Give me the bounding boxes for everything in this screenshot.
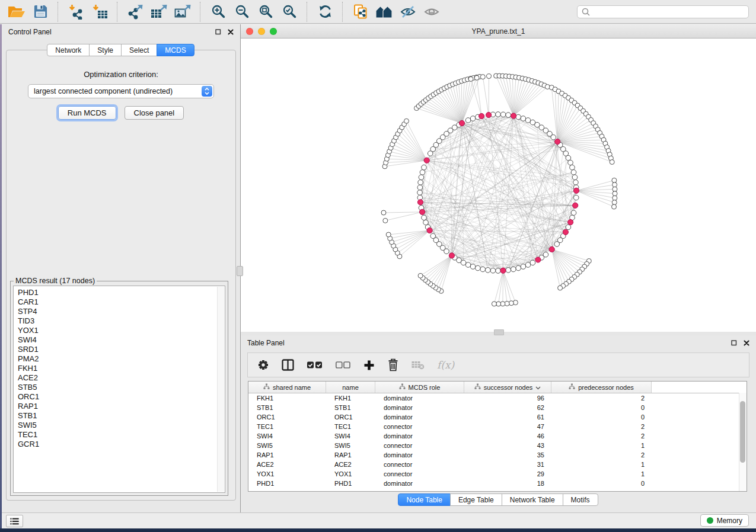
column-header-predecessor-nodes[interactable]: predecessor nodes <box>551 382 652 393</box>
select-all-icon[interactable] <box>307 359 323 371</box>
tab-edge-table[interactable]: Edge Table <box>450 493 502 506</box>
float-panel-icon[interactable] <box>731 339 738 347</box>
tab-motifs[interactable]: Motifs <box>563 493 598 506</box>
horizontal-splitter-handle[interactable] <box>494 329 504 335</box>
mcds-result-item[interactable]: SWI5 <box>18 421 216 430</box>
zoom-in-icon <box>211 4 226 19</box>
show-visualization-button[interactable] <box>421 2 442 22</box>
refresh-icon <box>318 4 333 19</box>
column-header-name[interactable]: name <box>326 382 375 393</box>
table-row[interactable]: FKH1FKH1dominator962 <box>248 393 747 403</box>
mcds-result-item[interactable]: SRD1 <box>18 345 216 354</box>
mcds-result-item[interactable]: STB5 <box>18 383 216 392</box>
mcds-result-item[interactable]: GCR1 <box>18 440 216 449</box>
save-session-button[interactable] <box>30 2 51 22</box>
table-header-row: shared namenameMCDS rolesuccessor nodesp… <box>248 382 747 393</box>
tab-node-table[interactable]: Node Table <box>398 493 451 506</box>
table-row[interactable]: TEC1TEC1connector472 <box>248 422 747 431</box>
mcds-result-item[interactable]: YOX1 <box>18 326 216 335</box>
export-table-button[interactable] <box>148 2 170 22</box>
deselect-all-icon[interactable] <box>335 359 351 371</box>
delete-table-icon[interactable] <box>412 360 425 370</box>
table-row[interactable]: SWI5SWI5connector431 <box>248 441 747 450</box>
tab-mcds[interactable]: MCDS <box>157 44 194 56</box>
mcds-result-title: MCDS result (17 nodes) <box>14 277 97 285</box>
export-image-button[interactable] <box>172 2 193 22</box>
import-table-button[interactable] <box>89 2 110 22</box>
table-row[interactable]: STB1STB1dominator620 <box>248 403 747 412</box>
clone-network-button[interactable] <box>350 2 371 22</box>
table-row[interactable]: ORC1ORC1dominator610 <box>248 412 747 422</box>
network-overview-button[interactable] <box>374 2 395 22</box>
mcds-result-item[interactable]: TID3 <box>18 316 216 326</box>
import-network-button[interactable] <box>65 2 87 22</box>
close-panel-icon[interactable] <box>227 28 234 36</box>
mcds-result-item[interactable]: FKH1 <box>18 364 216 373</box>
tab-style[interactable]: Style <box>89 44 122 56</box>
task-list-button[interactable] <box>6 515 23 527</box>
delete-column-icon[interactable] <box>387 358 399 371</box>
network-canvas[interactable] <box>241 39 756 332</box>
table-row[interactable]: SWI4SWI4dominator462 <box>248 431 747 441</box>
table-row[interactable]: PHD1PHD1dominator180 <box>248 479 747 488</box>
table-cell: 0 <box>551 479 652 488</box>
float-panel-icon[interactable] <box>215 28 222 36</box>
column-header-shared-name[interactable]: shared name <box>248 382 326 393</box>
criterion-select[interactable]: largest connected component (undirected) <box>28 84 214 98</box>
table-cell: 1 <box>551 460 652 469</box>
close-panel-button[interactable]: Close panel <box>125 106 184 120</box>
memory-label: Memory <box>717 517 742 525</box>
search-box <box>577 5 749 18</box>
mcds-result-item[interactable]: CAR1 <box>18 297 216 307</box>
column-header-successor-nodes[interactable]: successor nodes <box>464 382 551 393</box>
mcds-result-item[interactable]: PHD1 <box>18 288 216 297</box>
export-network-button[interactable] <box>125 2 146 22</box>
close-panel-icon[interactable] <box>743 339 750 347</box>
column-header-MCDS-role[interactable]: MCDS role <box>375 382 464 393</box>
memory-button[interactable]: Memory <box>700 514 749 527</box>
tab-network[interactable]: Network <box>47 44 90 56</box>
maximize-window-icon[interactable] <box>270 28 277 35</box>
mcds-result-item[interactable]: STP4 <box>18 307 216 316</box>
tab-network-table[interactable]: Network Table <box>502 493 563 506</box>
add-column-icon[interactable] <box>363 360 375 371</box>
close-window-icon[interactable] <box>246 28 253 35</box>
search-input[interactable] <box>594 7 744 17</box>
desktop-wallpaper-edge <box>0 24 2 528</box>
zoom-fit-button[interactable] <box>255 2 276 22</box>
mcds-result-item[interactable]: RAP1 <box>18 402 216 411</box>
zoom-selected-button[interactable] <box>279 2 300 22</box>
toolbar-separator <box>117 2 118 22</box>
function-builder-icon[interactable]: f(x) <box>437 359 454 371</box>
table-row[interactable]: ACE2ACE2connector311 <box>248 460 747 469</box>
settings-gear-icon[interactable] <box>257 359 269 371</box>
table-scrollbar-thumb[interactable] <box>740 401 745 463</box>
table-cell: TEC1 <box>248 422 326 431</box>
mcds-result-list: PHD1CAR1STP4TID3YOX1SWI4SRD1PMA2FKH1ACE2… <box>13 286 225 493</box>
network-graph <box>241 39 756 332</box>
zoom-in-button[interactable] <box>208 2 229 22</box>
table-row[interactable]: YOX1YOX1connector291 <box>248 469 747 479</box>
minimize-window-icon[interactable] <box>258 28 265 35</box>
mcds-result-item[interactable]: ORC1 <box>18 392 216 402</box>
mcds-result-item[interactable]: TEC1 <box>18 430 216 440</box>
mcds-result-item[interactable]: STB1 <box>18 411 216 421</box>
mcds-result-item[interactable]: SWI4 <box>18 335 216 345</box>
open-session-button[interactable] <box>6 2 27 22</box>
column-header-label: successor nodes <box>484 384 533 391</box>
hide-visualization-button[interactable] <box>397 2 419 22</box>
vertical-splitter-handle[interactable] <box>237 266 243 276</box>
zoom-out-button[interactable] <box>231 2 253 22</box>
run-mcds-button[interactable]: Run MCDS <box>58 106 116 120</box>
export-table-icon <box>151 4 168 20</box>
mcds-result-item[interactable]: ACE2 <box>18 373 216 383</box>
tab-select[interactable]: Select <box>121 44 157 56</box>
table-row[interactable]: RAP1RAP1dominator352 <box>248 450 747 460</box>
toolbar-separator <box>307 2 308 22</box>
shared-column-icon <box>263 383 270 391</box>
mcds-result-item[interactable]: PMA2 <box>18 354 216 364</box>
toggle-columns-icon[interactable] <box>282 359 294 371</box>
table-cell: SWI5 <box>326 441 375 450</box>
network-window-titlebar: YPA_prune.txt_1 <box>241 24 756 39</box>
refresh-layout-button[interactable] <box>314 2 336 22</box>
